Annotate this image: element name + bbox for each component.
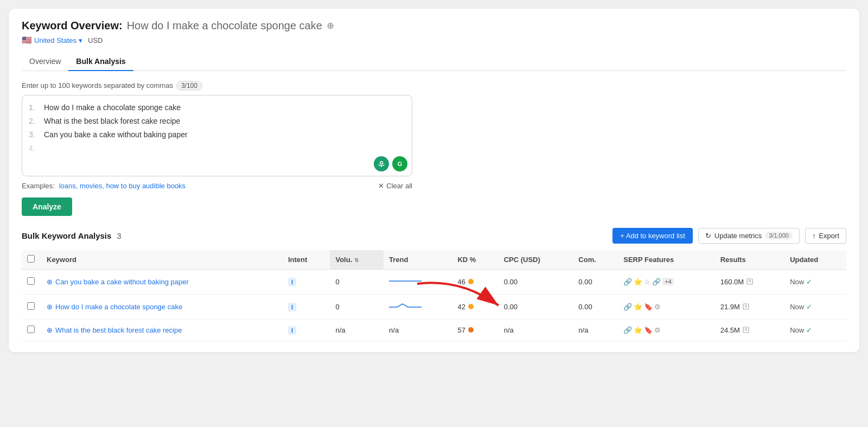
- flag-icon: 🇺🇸: [22, 35, 32, 45]
- th-kd: KD %: [452, 250, 498, 270]
- results-icon: [742, 303, 750, 310]
- add-icon: ⊕: [47, 326, 53, 334]
- location-selector[interactable]: 🇺🇸 United States ▾: [22, 35, 82, 45]
- results-title: Bulk Keyword Analysis: [22, 231, 111, 240]
- results-actions: + Add to keyword list ↻ Update metrics 3…: [612, 228, 846, 244]
- update-metrics-button[interactable]: ↻ Update metrics 3/1,000: [698, 228, 800, 244]
- results-section: Bulk Keyword Analysis 3 + Add to keyword…: [22, 228, 846, 341]
- analyze-button[interactable]: Analyze: [22, 197, 72, 216]
- serp-features: 🔗 ⭐ 🔖 ⚙: [623, 303, 709, 311]
- trend-sparkline: [389, 276, 422, 286]
- table-row: ⊕ What is the best black forest cake rec…: [22, 319, 846, 341]
- th-trend: Trend: [384, 250, 452, 270]
- voice-input-btn[interactable]: [374, 156, 389, 171]
- examples-row: Examples: loans, movies, how to buy audi…: [22, 182, 412, 190]
- intent-badge: I: [288, 326, 296, 335]
- page-title: Keyword Overview: How do I make a chocol…: [22, 20, 846, 32]
- table-row: ⊕ How do I make a chocolate sponge cake …: [22, 294, 846, 319]
- currency-label: USD: [88, 36, 103, 44]
- clear-all-button[interactable]: ✕ Clear all: [378, 182, 412, 190]
- th-results: Results: [715, 250, 785, 270]
- tab-bulk-analysis[interactable]: Bulk Analysis: [68, 53, 133, 71]
- chevron-down-icon: ▾: [79, 36, 82, 44]
- list-item: 4.: [29, 142, 405, 155]
- kd-dot: [468, 327, 474, 333]
- update-metrics-badge: 3/1,000: [765, 232, 793, 239]
- location-label: United States: [34, 36, 76, 44]
- th-intent: Intent: [283, 250, 330, 270]
- keyword-input-area[interactable]: 1. How do I make a chocolate sponge cake…: [22, 95, 412, 176]
- list-item: 1. How do I make a chocolate sponge cake: [29, 101, 405, 114]
- th-volume[interactable]: Volu. ⇅: [330, 250, 384, 270]
- trend-sparkline: [389, 301, 422, 311]
- export-button[interactable]: ↑ Export: [805, 228, 846, 244]
- input-label: Enter up to 100 keywords separated by co…: [22, 81, 846, 91]
- grammarly-btn[interactable]: G: [392, 156, 407, 171]
- add-icon: ⊕: [47, 303, 53, 311]
- add-keyword-icon[interactable]: ⊕: [327, 21, 334, 31]
- th-cpc: CPC (USD): [499, 250, 573, 270]
- row-checkbox[interactable]: [27, 277, 35, 285]
- th-select-all: [22, 250, 41, 270]
- row-checkbox[interactable]: [27, 326, 35, 333]
- select-all-checkbox[interactable]: [27, 255, 35, 263]
- keyword-link[interactable]: ⊕ What is the best black forest cake rec…: [47, 326, 277, 334]
- keyword-link[interactable]: ⊕ Can you bake a cake without baking pap…: [47, 278, 277, 286]
- textarea-actions: G: [374, 156, 407, 171]
- location-row: 🇺🇸 United States ▾ USD: [22, 35, 846, 45]
- add-icon: ⊕: [47, 278, 53, 286]
- results-icon: [746, 278, 754, 285]
- th-com: Com.: [573, 250, 618, 270]
- keyword-link[interactable]: ⊕ How do I make a chocolate sponge cake: [47, 303, 277, 311]
- th-updated: Updated: [784, 250, 846, 270]
- svg-point-0: [380, 161, 383, 164]
- intent-badge: I: [288, 303, 296, 311]
- results-count: 3: [117, 231, 121, 240]
- add-to-keyword-list-button[interactable]: + Add to keyword list: [612, 228, 693, 244]
- tab-overview[interactable]: Overview: [22, 53, 68, 71]
- intent-badge: I: [288, 278, 296, 286]
- results-table: Keyword Intent Volu. ⇅ Trend KD % CPC (U…: [22, 250, 846, 341]
- list-item: 2. What is the best black forest cake re…: [29, 114, 405, 128]
- keyword-count-badge: 3/100: [176, 81, 202, 91]
- th-keyword: Keyword: [41, 250, 283, 270]
- examples-link[interactable]: loans, movies, how to buy audible books: [59, 182, 186, 190]
- keyword-title: How do I make a chocolate sponge cake: [127, 20, 322, 32]
- table-row: ⊕ Can you bake a cake without baking pap…: [22, 269, 846, 294]
- tab-bar: Overview Bulk Analysis: [22, 53, 846, 71]
- serp-features: 🔗 ⭐ ☆ 🔗 +4: [623, 278, 709, 286]
- row-checkbox[interactable]: [27, 302, 35, 310]
- list-item: 3. Can you bake a cake without baking pa…: [29, 128, 405, 142]
- results-icon: [742, 326, 750, 334]
- kd-dot: [468, 279, 474, 284]
- serp-features: 🔗 ⭐ 🔖 ⚙: [623, 326, 709, 334]
- kd-dot: [468, 304, 474, 309]
- results-header: Bulk Keyword Analysis 3 + Add to keyword…: [22, 228, 846, 244]
- th-serp: SERP Features: [618, 250, 714, 270]
- keyword-list: 1. How do I make a chocolate sponge cake…: [29, 101, 405, 156]
